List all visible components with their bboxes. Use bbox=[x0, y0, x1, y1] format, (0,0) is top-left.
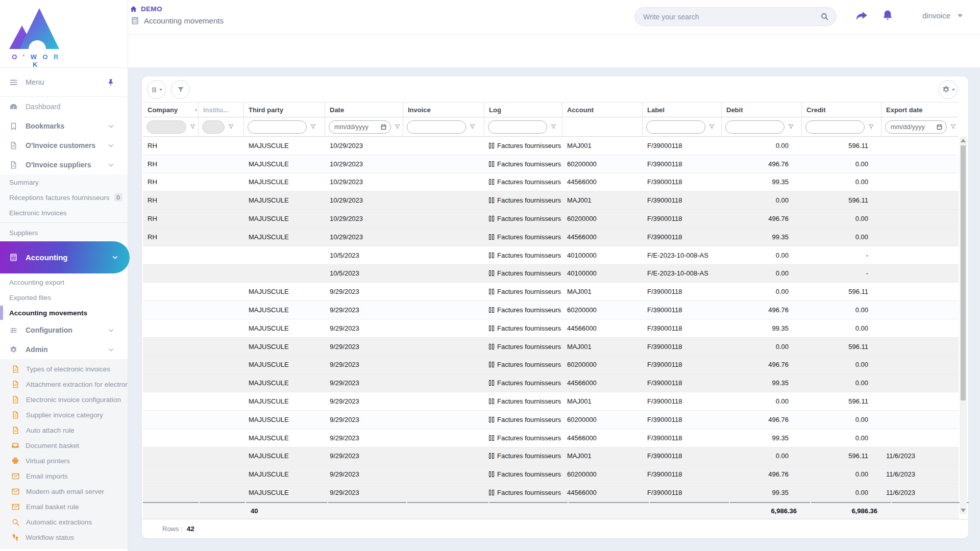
sidebar-item-o-invoice-suppliers[interactable]: O'Invoice suppliers bbox=[0, 155, 128, 174]
table-row[interactable]: RHMAJUSCULE10/29/2023Factures fournisseu… bbox=[143, 155, 959, 173]
vertical-scrollbar[interactable] bbox=[960, 137, 967, 514]
cell-debit: 496.76 bbox=[722, 361, 802, 368]
sidebar-item-suppliers[interactable]: Suppliers bbox=[0, 225, 128, 240]
table-row[interactable]: MAJUSCULE9/29/2023Factures fournisseurs6… bbox=[143, 411, 959, 429]
column-header-log[interactable]: Log bbox=[484, 103, 562, 117]
text-filter-input[interactable] bbox=[248, 120, 307, 134]
table-row[interactable]: MAJUSCULE9/29/2023Factures fournisseursM… bbox=[143, 447, 959, 466]
text-filter-input[interactable] bbox=[805, 120, 865, 134]
column-header-institu[interactable]: Institu... bbox=[199, 103, 244, 117]
sidebar-item-accounting-movements[interactable]: Accounting movements bbox=[0, 305, 128, 320]
sidebar-item-workflow-status[interactable]: Workflow status bbox=[0, 530, 128, 545]
user-menu[interactable]: dinvoice bbox=[922, 11, 963, 20]
column-header-invoice[interactable]: Invoice bbox=[403, 103, 484, 117]
table-row[interactable]: MAJUSCULE9/29/2023Factures fournisseurs4… bbox=[143, 484, 959, 502]
filter-toggle-button[interactable] bbox=[171, 80, 190, 99]
sidebar-item-r-ceptions-factures-fournisseurs[interactable]: Réceptions factures fournisseurs0 bbox=[0, 190, 128, 205]
global-search[interactable] bbox=[634, 7, 837, 26]
sidebar-item-auto-attach-rule[interactable]: Auto attach rule bbox=[0, 422, 128, 438]
search-input[interactable] bbox=[642, 12, 820, 21]
log-glyph-icon bbox=[492, 398, 494, 404]
table-row[interactable]: RHMAJUSCULE10/29/2023Factures fournisseu… bbox=[143, 191, 959, 210]
expand-column-group-icon[interactable] bbox=[193, 107, 199, 113]
sidebar-item-document-basket[interactable]: Document basket bbox=[0, 438, 128, 453]
sidebar-item-electronic-invoice-configuration[interactable]: Electronic invoice configuration bbox=[0, 392, 128, 407]
grid-settings-button[interactable] bbox=[939, 80, 958, 99]
table-row[interactable]: RHMAJUSCULE10/29/2023Factures fournisseu… bbox=[143, 137, 959, 155]
filter-funnel-icon[interactable] bbox=[228, 123, 234, 130]
table-row[interactable]: MAJUSCULE9/29/2023Factures fournisseurs6… bbox=[143, 356, 959, 374]
table-row[interactable]: MAJUSCULE9/29/2023Factures fournisseurs4… bbox=[143, 374, 959, 392]
calendar-icon[interactable] bbox=[936, 123, 943, 130]
search-icon[interactable] bbox=[820, 12, 829, 21]
filter-funnel-icon[interactable] bbox=[708, 123, 715, 130]
sidebar-item-types-of-electronic-invoices[interactable]: Types of electronic invoices bbox=[0, 361, 128, 377]
cell-label: F/39000118 bbox=[643, 288, 722, 295]
filter-funnel-icon[interactable] bbox=[550, 123, 557, 130]
scroll-down-arrow[interactable] bbox=[961, 509, 966, 512]
table-row[interactable]: RHMAJUSCULE10/29/2023Factures fournisseu… bbox=[143, 210, 959, 228]
table-row[interactable]: RHMAJUSCULE10/29/2023Factures fournisseu… bbox=[143, 173, 959, 192]
sidebar-item-bookmarks[interactable]: Bookmarks bbox=[0, 116, 128, 136]
sidebar-item-accounting[interactable]: Accounting bbox=[0, 241, 130, 273]
table-row[interactable]: MAJUSCULE9/29/2023Factures fournisseurs6… bbox=[143, 301, 959, 319]
text-filter-input[interactable] bbox=[488, 120, 547, 134]
sidebar-menu-toggle[interactable]: Menu bbox=[0, 67, 128, 97]
text-filter-input[interactable] bbox=[725, 120, 785, 134]
column-header-debit[interactable]: Debit bbox=[722, 103, 802, 117]
table-row[interactable]: RHMAJUSCULE10/29/2023Factures fournisseu… bbox=[143, 228, 959, 246]
table-row[interactable]: 10/5/2023Factures fournisseurs40100000F/… bbox=[143, 246, 959, 265]
mountain-logo-icon bbox=[8, 4, 64, 53]
column-header-account[interactable]: Account bbox=[562, 103, 643, 117]
table-row[interactable]: MAJUSCULE9/29/2023Factures fournisseurs4… bbox=[143, 319, 959, 338]
column-header-credit[interactable]: Credit bbox=[802, 103, 881, 117]
filter-funnel-icon[interactable] bbox=[469, 123, 476, 130]
column-header-export-date[interactable]: Export date bbox=[881, 103, 959, 117]
sidebar-item-virtual-printers[interactable]: Virtual printers bbox=[0, 453, 128, 468]
share-button[interactable] bbox=[855, 9, 870, 24]
table-row[interactable]: 10/5/2023Factures fournisseurs40100000F/… bbox=[143, 265, 959, 283]
column-header-label[interactable]: Label bbox=[643, 103, 722, 117]
pin-sidebar-icon[interactable] bbox=[107, 79, 115, 86]
table-row[interactable]: MAJUSCULE9/29/2023Factures fournisseurs4… bbox=[143, 429, 959, 447]
sidebar-item-modern-auth-email-server[interactable]: Modern auth email server bbox=[0, 484, 128, 499]
sidebar-item-email-basket-rule[interactable]: Email basket rule bbox=[0, 499, 128, 514]
sidebar-item-email-imports[interactable]: Email imports bbox=[0, 468, 128, 484]
notifications-bell-button[interactable] bbox=[881, 9, 897, 24]
sidebar-item-attachment-extraction-for-electron[interactable]: Attachment extraction for electron bbox=[0, 377, 128, 392]
date-filter-input[interactable]: mm/dd/yyyy bbox=[329, 120, 391, 134]
scrollbar-thumb[interactable] bbox=[961, 145, 966, 400]
sidebar-item-electronic-invoices[interactable]: Electronic Invoices bbox=[0, 205, 128, 220]
sidebar-item-summary[interactable]: Summary bbox=[0, 174, 128, 190]
filter-funnel-icon[interactable] bbox=[950, 123, 957, 130]
column-header-third-party[interactable]: Third party bbox=[244, 103, 325, 117]
sidebar-item-dashboard[interactable]: Dashboard bbox=[0, 97, 128, 116]
text-filter-input[interactable] bbox=[407, 120, 466, 134]
scroll-up-arrow[interactable] bbox=[961, 139, 966, 142]
sidebar-item-admin[interactable]: Admin bbox=[0, 340, 128, 359]
breadcrumb-home[interactable]: DEMO bbox=[130, 5, 224, 13]
filter-funnel-icon[interactable] bbox=[189, 123, 196, 130]
sidebar-item-automatic-extractions[interactable]: Automatic extractions bbox=[0, 514, 128, 530]
table-row[interactable]: MAJUSCULE9/29/2023Factures fournisseursM… bbox=[143, 338, 959, 356]
sidebar-item-accounting-export[interactable]: Accounting export bbox=[0, 274, 128, 290]
cell-date: 9/29/2023 bbox=[325, 288, 403, 295]
sidebar-item-configuration[interactable]: Configuration bbox=[0, 320, 128, 340]
table-row[interactable]: MAJUSCULE9/29/2023Factures fournisseursM… bbox=[143, 283, 959, 301]
app-logo[interactable]: O ' W O R K bbox=[0, 0, 128, 67]
column-header-company[interactable]: Company bbox=[143, 103, 199, 117]
column-header-date[interactable]: Date bbox=[325, 103, 403, 117]
table-row[interactable]: MAJUSCULE9/29/2023Factures fournisseursM… bbox=[143, 392, 959, 411]
filter-funnel-icon[interactable] bbox=[310, 123, 316, 130]
calendar-icon[interactable] bbox=[380, 123, 387, 130]
date-filter-input[interactable]: mm/dd/yyyy bbox=[885, 120, 947, 134]
sidebar-item-o-invoice-customers[interactable]: O'Invoice customers bbox=[0, 136, 128, 155]
text-filter-input[interactable] bbox=[646, 120, 705, 134]
sidebar-item-exported-files[interactable]: Exported files bbox=[0, 290, 128, 305]
filter-funnel-icon[interactable] bbox=[868, 123, 874, 130]
filter-funnel-icon[interactable] bbox=[394, 123, 401, 130]
table-row[interactable]: MAJUSCULE9/29/2023Factures fournisseurs6… bbox=[143, 465, 959, 484]
column-chooser-button[interactable] bbox=[147, 80, 166, 99]
filter-funnel-icon[interactable] bbox=[788, 123, 794, 130]
sidebar-item-supplier-invoice-category[interactable]: Supplier invoice category bbox=[0, 407, 128, 422]
